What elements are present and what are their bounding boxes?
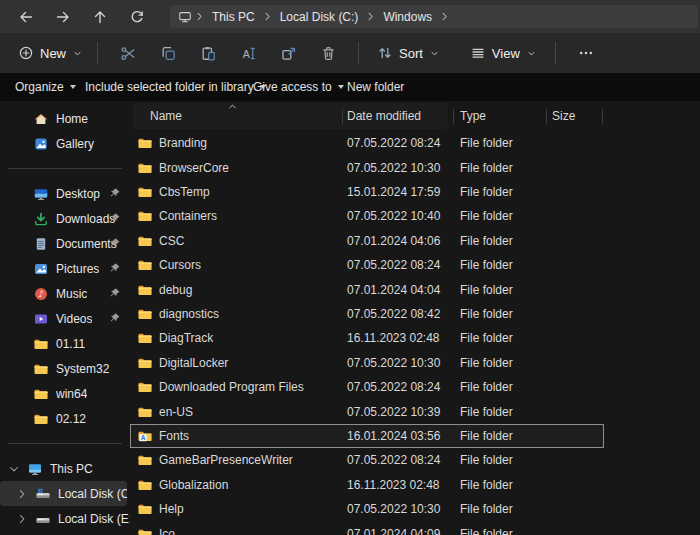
file-name: Branding	[159, 136, 207, 150]
sidebar-item-01-11[interactable]: 01.11	[0, 331, 130, 356]
chevron-right-icon[interactable]	[16, 488, 28, 500]
cut-icon	[120, 45, 137, 62]
sidebar-item-02-12[interactable]: 02.12	[0, 406, 130, 431]
file-row[interactable]: GameBarPresenceWriter07.05.2022 08:24Fil…	[130, 448, 604, 472]
file-type: File folder	[453, 209, 546, 223]
column-header-size[interactable]: Size	[552, 101, 575, 131]
sidebar-item-system32[interactable]: System32	[0, 356, 130, 381]
folder-fonts-icon: A	[137, 428, 153, 444]
nav-buttons	[18, 9, 166, 25]
column-header-date-modified[interactable]: Date modified	[347, 101, 421, 131]
file-type: File folder	[453, 429, 546, 443]
new-button-label: New	[40, 46, 66, 61]
breadcrumb-chevron-icon[interactable]	[194, 11, 205, 22]
breadcrumb-item-local-disk-c[interactable]: Local Disk (C:)	[275, 10, 364, 24]
sidebar-item-videos[interactable]: Videos	[0, 306, 130, 331]
videos-icon	[33, 311, 49, 327]
back-button[interactable]	[18, 9, 34, 25]
breadcrumb-item-windows[interactable]: Windows	[378, 10, 437, 24]
file-row[interactable]: CbsTemp15.01.2024 17:59File folder	[130, 180, 604, 204]
view-button[interactable]: View	[462, 45, 545, 61]
file-name-cell: CSC	[130, 233, 342, 249]
column-separator[interactable]	[546, 109, 547, 124]
file-row[interactable]: DigitalLocker07.05.2022 10:30File folder	[130, 351, 604, 375]
file-date: 07.05.2022 08:24	[342, 136, 453, 150]
copy-button[interactable]	[148, 36, 188, 70]
view-button-label: View	[492, 46, 520, 61]
file-row[interactable]: Downloaded Program Files07.05.2022 08:24…	[130, 375, 604, 399]
chevron-right-icon[interactable]	[16, 513, 28, 525]
view-list-icon	[470, 45, 486, 61]
sidebar-item-desktop[interactable]: Desktop	[0, 181, 130, 206]
sort-button[interactable]: Sort	[369, 45, 448, 61]
column-separator[interactable]	[602, 109, 603, 124]
folder-icon	[137, 452, 153, 468]
file-row[interactable]: Ico07.01.2024 04:09File folder	[130, 522, 604, 535]
file-row[interactable]: Help07.05.2022 10:30File folder	[130, 497, 604, 521]
up-button[interactable]	[92, 9, 108, 25]
file-type: File folder	[453, 307, 546, 321]
file-type: File folder	[453, 185, 546, 199]
refresh-button[interactable]	[129, 9, 145, 25]
column-header-name[interactable]: Name	[150, 101, 182, 131]
sidebar-item-label: 01.11	[56, 337, 85, 351]
file-row[interactable]: Globalization16.11.2023 02:48File folder	[130, 473, 604, 497]
column-separator[interactable]	[453, 109, 454, 124]
sidebar-item-downloads[interactable]: Downloads	[0, 206, 130, 231]
file-row[interactable]: debug07.01.2024 04:04File folder	[130, 277, 604, 301]
file-row[interactable]: Cursors07.05.2022 08:24File folder	[130, 253, 604, 277]
sidebar-item-gallery[interactable]: Gallery	[0, 131, 130, 156]
rename-button[interactable]: A	[228, 36, 268, 70]
sort-button-label: Sort	[399, 46, 423, 61]
address-bar[interactable]: This PCLocal Disk (C:)Windows	[170, 5, 698, 28]
sidebar-item-this-pc[interactable]: This PC	[0, 456, 130, 481]
folder-icon	[137, 208, 153, 224]
file-date: 07.05.2022 10:30	[342, 161, 453, 175]
sidebar-item-local-disk-c[interactable]: Local Disk (C:)	[0, 481, 127, 506]
file-row[interactable]: AFonts16.01.2024 03:56File folder	[130, 424, 604, 448]
sidebar-item-win64[interactable]: win64	[0, 381, 130, 406]
toolbar-separator	[555, 42, 556, 64]
command-give-access-to[interactable]: Give access to	[253, 73, 344, 101]
sidebar-item-local-disk-e[interactable]: Local Disk (E:)	[0, 506, 130, 531]
paste-button[interactable]	[188, 36, 228, 70]
file-row[interactable]: BrowserCore07.05.2022 10:30File folder	[130, 155, 604, 179]
sidebar-item-music[interactable]: ♪Music	[0, 281, 130, 306]
file-name: en-US	[159, 405, 193, 419]
command-new-folder[interactable]: New folder	[347, 73, 404, 101]
more-options-button[interactable]	[566, 36, 606, 70]
file-row[interactable]: Branding07.05.2022 08:24File folder	[130, 131, 604, 155]
file-date: 07.01.2024 04:06	[342, 234, 453, 248]
file-row[interactable]: Containers07.05.2022 10:40File folder	[130, 204, 604, 228]
share-button[interactable]	[268, 36, 308, 70]
sidebar-item-documents[interactable]: Documents	[0, 231, 130, 256]
folder-icon	[137, 355, 153, 371]
breadcrumb-item-this-pc[interactable]: This PC	[207, 10, 260, 24]
file-name: CbsTemp	[159, 185, 210, 199]
column-header-type[interactable]: Type	[460, 101, 486, 131]
chevron-down-icon	[72, 48, 83, 59]
file-row[interactable]: CSC07.01.2024 04:06File folder	[130, 229, 604, 253]
file-row[interactable]: en-US07.05.2022 10:39File folder	[130, 399, 604, 423]
sidebar-item-pictures[interactable]: Pictures	[0, 256, 130, 281]
sidebar-item-home[interactable]: Home	[0, 106, 130, 131]
column-header-label: Date modified	[347, 109, 421, 123]
sort-ascending-icon	[227, 101, 238, 112]
command-organize[interactable]: Organize	[15, 73, 76, 101]
cut-button[interactable]	[108, 36, 148, 70]
breadcrumb-chevron-icon[interactable]	[365, 11, 376, 22]
file-date: 15.01.2024 17:59	[342, 185, 453, 199]
new-button[interactable]: New	[14, 41, 87, 65]
folder-icon	[33, 411, 49, 427]
file-row[interactable]: diagnostics07.05.2022 08:42File folder	[130, 302, 604, 326]
chevron-down-icon[interactable]	[8, 463, 20, 475]
delete-button[interactable]	[308, 36, 348, 70]
command-include-selected-folder-in-library[interactable]: Include selected folder in library	[85, 73, 266, 101]
forward-button[interactable]	[55, 9, 71, 25]
file-type: File folder	[453, 283, 546, 297]
file-row[interactable]: DiagTrack16.11.2023 02:48File folder	[130, 326, 604, 350]
rename-icon: A	[240, 45, 257, 62]
column-separator[interactable]	[342, 109, 343, 124]
breadcrumb-chevron-icon[interactable]	[439, 11, 450, 22]
breadcrumb-chevron-icon[interactable]	[262, 11, 273, 22]
